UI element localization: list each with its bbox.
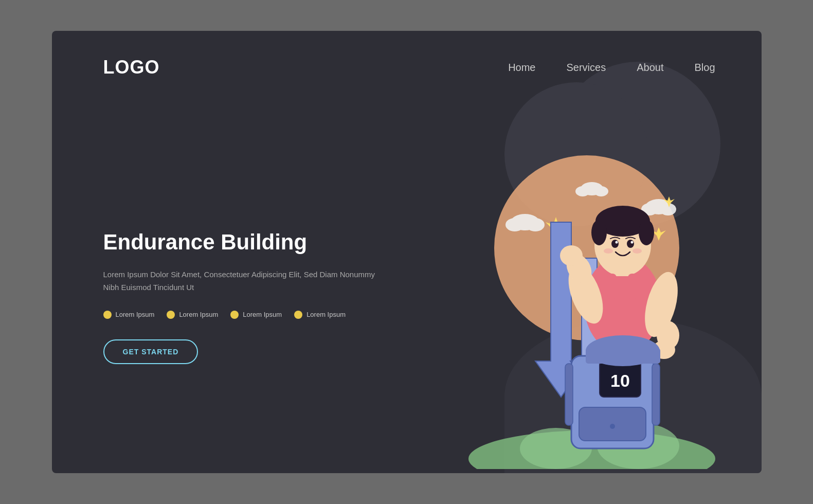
feature-label-3: Lorem Ipsum xyxy=(243,311,282,318)
feature-item-2: Lorem Ipsum xyxy=(167,311,218,319)
feature-dot-2 xyxy=(167,311,175,319)
svg-point-32 xyxy=(611,240,619,248)
logo: LOGO xyxy=(103,57,160,78)
feature-label-2: Lorem Ipsum xyxy=(179,311,218,318)
page-card: LOGO Home Services About Blog Endurance … xyxy=(52,31,762,473)
svg-point-3 xyxy=(526,218,545,231)
hero-left: Endurance Building Lorem Ipsum Dolor Sit… xyxy=(103,219,386,364)
feature-label-1: Lorem Ipsum xyxy=(116,311,155,318)
svg-point-34 xyxy=(615,241,618,244)
feature-label-4: Lorem Ipsum xyxy=(306,311,346,318)
svg-point-8 xyxy=(575,186,590,196)
nav-item-home[interactable]: Home xyxy=(508,62,535,74)
main-content: Endurance Building Lorem Ipsum Dolor Sit… xyxy=(52,94,762,469)
feature-dot-4 xyxy=(294,311,302,319)
svg-point-31 xyxy=(639,220,654,245)
svg-rect-45 xyxy=(628,274,637,299)
svg-rect-22 xyxy=(565,364,573,425)
get-started-button[interactable]: GET STARTED xyxy=(103,339,198,364)
features-list: Lorem Ipsum Lorem Ipsum Lorem Ipsum Lore… xyxy=(103,311,386,319)
feature-item-1: Lorem Ipsum xyxy=(103,311,155,319)
svg-point-40 xyxy=(560,245,583,266)
hero-headline: Endurance Building xyxy=(103,229,386,255)
svg-rect-23 xyxy=(652,364,660,425)
svg-rect-47 xyxy=(586,348,660,364)
svg-point-21 xyxy=(610,424,615,429)
svg-point-30 xyxy=(591,220,607,245)
hero-illustration: 10 xyxy=(386,114,710,469)
feature-item-4: Lorem Ipsum xyxy=(294,311,346,319)
nav-item-services[interactable]: Services xyxy=(567,62,606,74)
svg-rect-44 xyxy=(607,274,617,299)
svg-text:10: 10 xyxy=(610,371,630,390)
svg-point-33 xyxy=(627,240,634,248)
nav-item-about[interactable]: About xyxy=(637,62,663,74)
svg-point-36 xyxy=(604,248,613,254)
svg-point-9 xyxy=(594,186,608,196)
feature-dot-3 xyxy=(230,311,239,319)
hero-svg: 10 xyxy=(407,109,726,469)
header: LOGO Home Services About Blog xyxy=(52,31,762,94)
svg-point-6 xyxy=(660,203,676,215)
svg-point-35 xyxy=(630,241,633,244)
feature-dot-1 xyxy=(103,311,112,319)
navigation: Home Services About Blog xyxy=(508,62,715,74)
svg-point-2 xyxy=(505,218,524,231)
hero-subtitle: Lorem Ipsum Dolor Sit Amet, Consectetuer… xyxy=(103,268,386,294)
feature-item-3: Lorem Ipsum xyxy=(230,311,282,319)
nav-item-blog[interactable]: Blog xyxy=(694,62,715,74)
svg-point-37 xyxy=(633,248,642,254)
